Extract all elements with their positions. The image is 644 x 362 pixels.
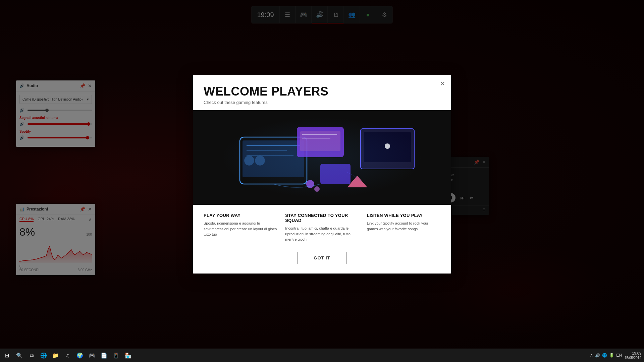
taskbar-date: 15/05/2019 — [625, 356, 641, 360]
spotify-taskbar-icon[interactable]: ♫ — [62, 349, 74, 362]
feature-2-title: STAY CONNECTED TO YOUR SQUAD — [285, 213, 359, 223]
files-icon[interactable]: 📁 — [50, 349, 62, 362]
feature-1-desc: Sposta, ridimensiona e aggiungi le sovri… — [204, 221, 277, 237]
doc-icon[interactable]: 📄 — [98, 349, 110, 362]
taskbar-right: ∧ 🔊 🌐 🔋 EN 19:09 15/05/2019 — [590, 351, 644, 360]
task-view-button[interactable]: ⧉ — [25, 349, 38, 362]
modal-overlay: ✕ WELCOME PLAYERS Check out these gaming… — [0, 0, 644, 362]
systray: ∧ 🔊 🌐 🔋 EN — [590, 353, 622, 358]
taskbar: ⊞ 🔍 ⧉ 🌐 📁 ♫ 🌍 🎮 📄 📱 🏪 ∧ 🔊 🌐 🔋 EN 19:09 1… — [0, 349, 644, 362]
modal-subtitle: Check out these gaming features — [204, 100, 440, 105]
modal-footer: GOT IT — [193, 250, 451, 274]
modal-title: WELCOME PLAYERS — [204, 84, 440, 99]
game-bar-taskbar-icon[interactable]: 🎮 — [86, 349, 98, 362]
systray-battery[interactable]: 🔋 — [609, 353, 614, 358]
feature-1-title: PLAY YOUR WAY — [204, 213, 277, 218]
modal-close-btn[interactable]: ✕ — [438, 80, 446, 88]
modal-features: PLAY YOUR WAY Sposta, ridimensiona e agg… — [193, 205, 451, 250]
taskbar-time: 19:09 — [625, 351, 641, 356]
systray-lang[interactable]: EN — [616, 353, 622, 358]
store-icon[interactable]: 🏪 — [122, 349, 134, 362]
svg-point-20 — [221, 117, 423, 198]
systray-expand[interactable]: ∧ — [590, 353, 593, 358]
browser2-icon[interactable]: 🌍 — [74, 349, 86, 362]
feature-1: PLAY YOUR WAY Sposta, ridimensiona e agg… — [204, 213, 277, 242]
feature-3: LISTEN WHILE YOU PLAY Link your Spotify … — [367, 213, 440, 242]
feature-3-title: LISTEN WHILE YOU PLAY — [367, 213, 440, 218]
feature-2-desc: Incontra i tuoi amici, chatta e guarda l… — [285, 226, 359, 242]
feature-3-desc: Link your Spotify account to rock your g… — [367, 221, 440, 232]
welcome-modal: ✕ WELCOME PLAYERS Check out these gaming… — [193, 75, 451, 274]
search-button[interactable]: 🔍 — [13, 349, 25, 362]
got-it-button[interactable]: GOT IT — [297, 252, 346, 264]
systray-network[interactable]: 🌐 — [602, 353, 607, 358]
start-button[interactable]: ⊞ — [0, 349, 13, 362]
phone-icon[interactable]: 📱 — [110, 349, 122, 362]
taskbar-clock[interactable]: 19:09 15/05/2019 — [625, 351, 641, 360]
feature-2: STAY CONNECTED TO YOUR SQUAD Incontra i … — [285, 213, 359, 242]
modal-hero-image — [193, 110, 451, 205]
modal-header: WELCOME PLAYERS Check out these gaming f… — [193, 75, 451, 110]
edge-icon[interactable]: 🌐 — [38, 349, 50, 362]
systray-sound[interactable]: 🔊 — [595, 353, 600, 358]
